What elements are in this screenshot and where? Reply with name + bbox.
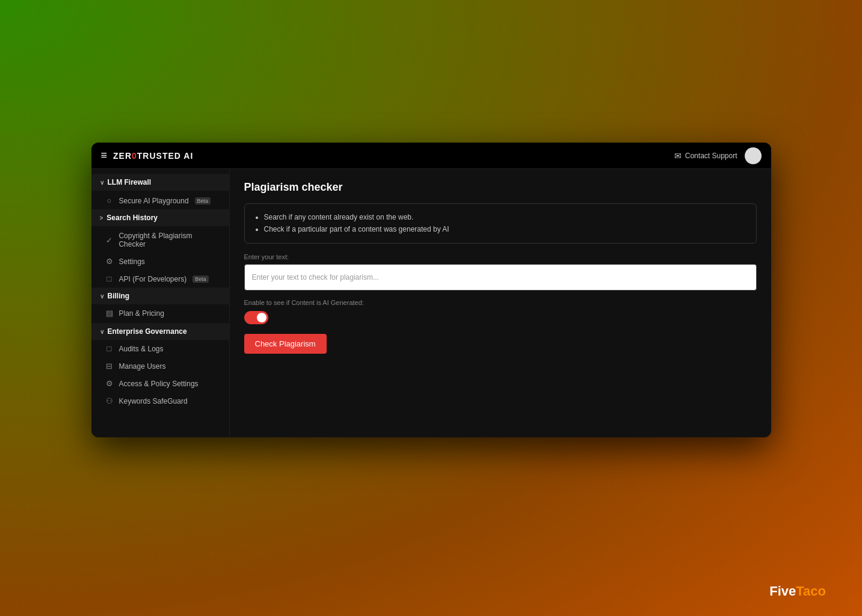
text-label: Enter your text: [244,253,757,260]
sidebar-item-settings-label: Settings [119,257,145,266]
chevron-down-icon: ∨ [100,179,104,186]
main-content: Plagiarism checker Search if any content… [230,169,771,437]
sidebar-item-secure-ai-label: Secure AI Playground [119,197,189,205]
chevron-right-icon: > [100,215,103,221]
app-window: ≡ ZER0TRUSTED AI ✉ Contact Support ∨ LLM… [91,143,771,437]
plagiarism-text-input[interactable] [244,264,757,291]
mail-icon: ✉ [674,151,682,161]
ai-toggle-container: Enable to see if Content is AI Generated… [244,299,757,324]
sidebar-item-manage-users[interactable]: ⊟ Manage Users [91,357,229,375]
info-bullet-1: Search if any content already exist on t… [264,211,747,223]
toggle-track [244,311,268,324]
sidebar-item-keywords[interactable]: ⚇ Keywords SafeGuard [91,392,229,410]
beta-badge: Beta [195,197,211,205]
api-icon: □ [105,274,114,283]
manage-users-icon: ⊟ [105,362,114,371]
sidebar-section-billing-label: Billing [108,292,130,300]
sidebar-item-secure-ai[interactable]: ○ Secure AI Playground Beta [91,192,229,209]
info-bullet-2: Check if a particular part of a content … [264,223,747,235]
sidebar-section-enterprise-label: Enterprise Governance [108,327,187,336]
contact-support-button[interactable]: ✉ Contact Support [674,151,737,161]
sidebar-section-enterprise-header[interactable]: ∨ Enterprise Governance [91,323,229,340]
sidebar-item-plan-pricing[interactable]: ▤ Plan & Pricing [91,304,229,322]
sidebar-item-api[interactable]: □ API (For Developers) Beta [91,270,229,288]
sidebar-item-copyright[interactable]: ✓ Copyright & Plagiarism Checker [91,227,229,253]
playground-icon: ○ [105,196,114,205]
header-logo: ≡ ZER0TRUSTED AI [101,149,674,162]
billing-chevron-icon: ∨ [100,293,104,300]
sidebar-item-audits-label: Audits & Logs [119,345,164,353]
header: ≡ ZER0TRUSTED AI ✉ Contact Support [91,143,771,169]
info-box: Search if any content already exist on t… [244,203,757,244]
hamburger-icon[interactable]: ≡ [101,149,108,162]
plan-icon: ▤ [105,309,114,318]
ai-toggle-label: Enable to see if Content is AI Generated… [244,299,757,306]
copyright-icon: ✓ [105,236,114,245]
ai-detection-toggle[interactable] [244,311,268,324]
sidebar-section-search: > Search History [91,209,229,226]
sidebar-item-plan-label: Plan & Pricing [119,309,164,318]
sidebar-item-audits[interactable]: □ Audits & Logs [91,340,229,357]
body: ∨ LLM Firewall ○ Secure AI Playground Be… [91,169,771,437]
watermark: FiveTaco [769,584,826,599]
sidebar-section-llm: ∨ LLM Firewall [91,174,229,191]
enterprise-chevron-icon: ∨ [100,328,104,335]
watermark-taco: Taco [796,584,826,599]
header-right: ✉ Contact Support [674,147,762,164]
sidebar-item-keywords-label: Keywords SafeGuard [119,397,188,405]
avatar[interactable] [745,147,762,164]
toggle-thumb [257,313,266,322]
sidebar-item-access-policy[interactable]: ⚙ Access & Policy Settings [91,375,229,392]
sidebar-item-manage-users-label: Manage Users [119,362,166,371]
sidebar-section-search-label: Search History [106,214,158,222]
sidebar-item-settings[interactable]: ⚙ Settings [91,253,229,270]
check-plagiarism-button[interactable]: Check Plagiarism [244,334,327,354]
api-beta-badge: Beta [192,276,209,283]
sidebar-section-billing: ∨ Billing ▤ Plan & Pricing [91,288,229,322]
settings-icon: ⚙ [105,257,114,266]
sidebar: ∨ LLM Firewall ○ Secure AI Playground Be… [91,169,230,437]
sidebar-item-api-label: API (For Developers) [119,275,187,283]
sidebar-section-llm-header[interactable]: ∨ LLM Firewall [91,174,229,191]
audits-icon: □ [105,344,114,353]
sidebar-section-search-header[interactable]: > Search History [91,209,229,226]
page-title: Plagiarism checker [244,181,757,194]
logo-text: ZER0TRUSTED AI [113,151,193,161]
sidebar-item-copyright-label: Copyright & Plagiarism Checker [119,232,220,248]
sidebar-section-enterprise: ∨ Enterprise Governance □ Audits & Logs … [91,323,229,410]
sidebar-section-billing-header[interactable]: ∨ Billing [91,288,229,304]
watermark-five: Five [769,584,796,599]
sidebar-item-access-policy-label: Access & Policy Settings [119,380,199,388]
sidebar-section-llm-label: LLM Firewall [108,178,152,186]
contact-support-label: Contact Support [685,152,737,160]
keywords-icon: ⚇ [105,396,114,405]
access-policy-icon: ⚙ [105,379,114,388]
